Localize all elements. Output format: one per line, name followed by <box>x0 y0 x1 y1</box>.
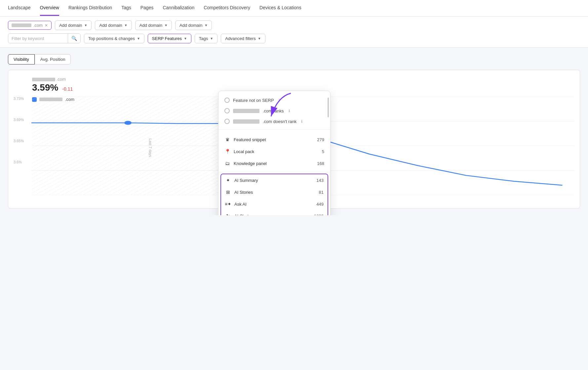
sparkle-icon: ✦ <box>225 177 231 183</box>
top-navigation: Landscape Overview Rankings Distribution… <box>0 0 588 17</box>
nav-tags[interactable]: Tags <box>121 0 131 16</box>
filter-row: 🔍 Top positions & changes ▼ SERP Feature… <box>8 33 580 43</box>
keyword-search-button[interactable]: 🔍 <box>68 34 80 43</box>
nav-overview[interactable]: Overview <box>40 0 59 16</box>
ai-chat-icon: ↻ <box>225 213 231 215</box>
last7-label: Last 7 days <box>148 139 152 157</box>
regular-features-section: ♛ Featured snippet 279 📍 Local pack 5 🗂 … <box>218 130 330 172</box>
radio-options-section: Feature not on SERP ℹ .com ranks ℹ .com … <box>218 91 330 130</box>
nav-cannibalization[interactable]: Cannibalization <box>163 0 194 16</box>
domain-chip-1[interactable]: .com ✕ <box>8 21 52 30</box>
top-positions-dropdown[interactable]: Top positions & changes ▼ <box>84 34 144 43</box>
serp-features-panel: Feature not on SERP ℹ .com ranks ℹ .com … <box>218 91 331 215</box>
blurred-domain <box>233 119 259 124</box>
svg-point-8 <box>124 121 132 125</box>
nav-rankings-distribution[interactable]: Rankings Distribution <box>68 0 112 16</box>
keyword-filter-wrap: 🔍 <box>8 33 81 43</box>
add-domain-btn-2[interactable]: Add domain ▼ <box>95 21 132 30</box>
add-domain-btn-1[interactable]: Add domain ▼ <box>55 21 92 30</box>
avg-position-toggle-btn[interactable]: Avg. Position <box>35 54 71 64</box>
feature-knowledge-panel[interactable]: 🗂 Knowledge panel 168 <box>218 157 330 169</box>
panel-icon: 🗂 <box>224 160 230 166</box>
chevron-down-icon: ▼ <box>124 23 128 27</box>
radio-label: Feature not on SERP <box>233 98 274 103</box>
close-domain-icon[interactable]: ✕ <box>45 23 48 28</box>
svg-rect-7 <box>31 97 249 195</box>
nav-competitors-discovery[interactable]: Competitors Discovery <box>204 0 250 16</box>
add-domain-btn-3[interactable]: Add domain ▼ <box>135 21 172 30</box>
radio-circle-icon <box>224 108 230 113</box>
chart-delta: -0.11 <box>62 86 73 92</box>
chevron-down-icon: ▼ <box>258 37 261 40</box>
feature-featured-snippet[interactable]: ♛ Featured snippet 279 <box>218 134 330 145</box>
radio-circle-icon <box>224 98 230 103</box>
info-icon: ℹ <box>301 119 302 124</box>
chevron-down-icon: ▼ <box>184 37 187 40</box>
advanced-filters-dropdown[interactable]: Advanced filters ▼ <box>221 34 265 43</box>
blurred-domain <box>233 109 259 113</box>
chart-toggle-group: Visibility Avg. Position <box>8 54 580 64</box>
y-label-2: 3.69% <box>14 118 24 122</box>
chevron-down-icon: ▼ <box>164 23 168 27</box>
stories-icon: ⊞ <box>225 189 231 195</box>
info-icon: ℹ <box>279 98 280 103</box>
keyword-filter-input[interactable] <box>8 34 68 43</box>
nav-landscape[interactable]: Landscape <box>8 0 31 16</box>
chevron-down-icon: ▼ <box>84 23 88 27</box>
add-domain-btn-4[interactable]: Add domain ▼ <box>175 21 212 30</box>
y-label-3: 3.65% <box>14 139 24 143</box>
radio-circle-icon <box>224 119 230 124</box>
pin-icon: 📍 <box>224 148 230 154</box>
main-area: Visibility Avg. Position .com 3.59% -0.1… <box>0 48 588 215</box>
feature-ai-chat[interactable]: ↻ AI Chat 1698 <box>221 210 328 215</box>
feature-ai-summary[interactable]: ✦ AI Summary 143 <box>221 174 328 186</box>
chart-main-value: 3.59% <box>32 82 58 93</box>
radio-domain-no-rank[interactable]: .com doesn't rank ℹ <box>218 116 330 127</box>
y-label-1: 3.73% <box>14 97 24 101</box>
feature-ask-ai[interactable]: ≡✦ Ask AI 449 <box>221 198 328 210</box>
y-label-4: 3.6% <box>14 160 24 164</box>
feature-ai-stories[interactable]: ⊞ AI Stories 81 <box>221 186 328 198</box>
serp-features-dropdown[interactable]: SERP Features ▼ <box>148 34 191 43</box>
radio-feature-not-on-serp[interactable]: Feature not on SERP ℹ <box>218 95 330 105</box>
chevron-down-icon: ▼ <box>204 23 208 27</box>
radio-domain-ranks[interactable]: .com ranks ℹ <box>218 105 330 116</box>
feature-local-pack[interactable]: 📍 Local pack 5 <box>218 145 330 157</box>
nav-pages[interactable]: Pages <box>140 0 154 16</box>
info-icon: ℹ <box>289 109 290 113</box>
visibility-toggle-btn[interactable]: Visibility <box>8 54 35 64</box>
tags-dropdown[interactable]: Tags ▼ <box>195 34 217 43</box>
chart-domain-label: .com <box>32 77 574 82</box>
ask-ai-icon: ≡✦ <box>225 201 231 207</box>
chevron-down-icon: ▼ <box>137 37 140 40</box>
chevron-down-icon: ▼ <box>210 37 213 40</box>
toolbar: .com ✕ Add domain ▼ Add domain ▼ Add dom… <box>0 17 588 48</box>
domain-row: .com ✕ Add domain ▼ Add domain ▼ Add dom… <box>8 21 580 30</box>
nav-devices-locations[interactable]: Devices & Locations <box>259 0 301 16</box>
dropdown-scrollbar[interactable] <box>328 98 329 117</box>
crown-icon: ♛ <box>224 137 230 143</box>
domain1-tld: .com <box>33 23 43 28</box>
y-axis-labels: 3.73% 3.69% 3.65% 3.6% <box>14 97 24 164</box>
ai-features-section: ✦ AI Summary 143 ⊞ AI Stories 81 ≡✦ Ask … <box>220 174 328 215</box>
